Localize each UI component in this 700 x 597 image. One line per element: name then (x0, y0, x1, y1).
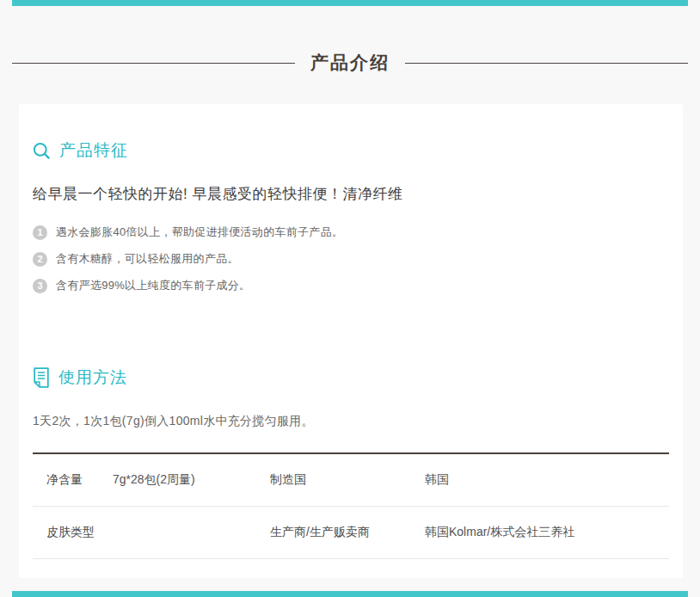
features-lead-text: 给早晨一个轻快的开始! 早晨感受的轻快排便！清净纤维 (33, 184, 669, 204)
number-badge: 2 (33, 252, 47, 267)
spec-label: 净含量 (33, 453, 113, 506)
number-badge: 1 (33, 225, 47, 240)
product-intro-card: 产品特征 给早晨一个轻快的开始! 早晨感受的轻快排便！清净纤维 1 遇水会膨胀4… (19, 104, 683, 578)
spec-value: 韩国 (425, 453, 669, 506)
usage-instruction-text: 1天2次，1次1包(7g)倒入100ml水中充分搅匀服用。 (33, 414, 669, 429)
top-accent-bar (12, 0, 688, 6)
table-row: 净含量 7g*28包(2周量) 制造国 韩国 (33, 453, 669, 506)
feature-item-text: 含有木糖醇，可以轻松服用的产品。 (56, 251, 239, 267)
document-icon (33, 367, 50, 388)
features-list: 1 遇水会膨胀40倍以上，帮助促进排便活动的车前子产品。 2 含有木糖醇，可以轻… (33, 225, 669, 293)
spec-value: 7g*28包(2周量) (113, 453, 270, 506)
divider-line-right (405, 63, 688, 64)
product-intro-page: 产品介绍 产品特征 给早晨一个轻快的开始! 早晨感受的轻快排便！清净纤维 1 遇… (0, 0, 700, 597)
feature-item: 3 含有严选99%以上纯度的车前子成分。 (33, 278, 669, 293)
number-badge: 3 (33, 279, 47, 293)
table-row: 皮肤类型 生产商/生产贩卖商 韩国Kolmar/株式会社三养社 (33, 506, 669, 558)
feature-item: 1 遇水会膨胀40倍以上，帮助促进排便活动的车前子产品。 (33, 225, 669, 240)
spec-label: 皮肤类型 (33, 506, 113, 558)
spec-value: 韩国Kolmar/株式会社三养社 (425, 506, 669, 558)
divider-line-left (12, 63, 295, 64)
spec-value (113, 506, 270, 558)
page-title: 产品介绍 (310, 51, 390, 75)
bottom-accent-bar (12, 591, 688, 597)
spec-label: 生产商/生产贩卖商 (270, 506, 425, 558)
feature-item: 2 含有木糖醇，可以轻松服用的产品。 (33, 251, 669, 267)
features-section-title: 产品特征 (59, 139, 128, 162)
usage-section-title: 使用方法 (58, 366, 127, 389)
magnifier-icon (33, 142, 51, 160)
feature-item-text: 遇水会膨胀40倍以上，帮助促进排便活动的车前子产品。 (56, 225, 343, 240)
spec-label: 制造国 (270, 453, 425, 506)
features-section-header: 产品特征 (33, 104, 669, 162)
spec-table: 净含量 7g*28包(2周量) 制造国 韩国 皮肤类型 生产商/生产贩卖商 韩国… (33, 452, 669, 559)
section-title-divider: 产品介绍 (12, 51, 688, 75)
feature-item-text: 含有严选99%以上纯度的车前子成分。 (56, 278, 250, 293)
usage-section-header: 使用方法 (33, 305, 669, 389)
